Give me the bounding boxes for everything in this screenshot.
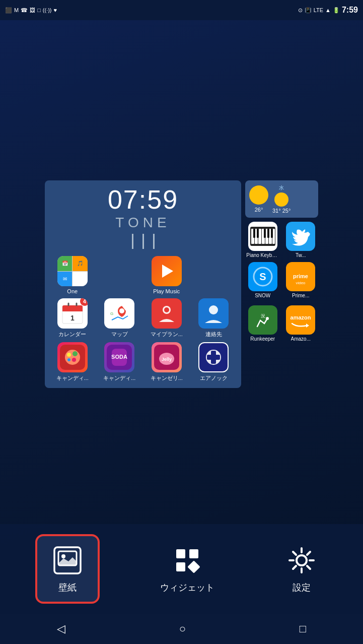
nav-back-button[interactable]: ◁	[42, 617, 81, 640]
svg-rect-41	[264, 229, 266, 238]
app-icon-contact	[198, 298, 229, 329]
app-grid-row1: 📅 🎵 ✉ One Play Music	[51, 256, 235, 294]
svg-rect-61	[176, 562, 185, 571]
phone-icon: ☎	[21, 7, 28, 14]
svg-rect-60	[189, 549, 198, 558]
app-runkeeper[interactable]: 況 Runkeeper	[245, 305, 280, 342]
app-icon-piano	[248, 222, 277, 251]
camera-icon: □	[37, 7, 41, 13]
app-myplan[interactable]: マイプラン...	[145, 298, 188, 338]
app-label-one: One	[67, 288, 78, 294]
app-grid-right-row3: 況 Runkeeper amazon	[245, 305, 318, 342]
svg-point-63	[297, 555, 307, 565]
app-icon-candy2: SODA	[104, 342, 134, 372]
app-label-calendar: カレンダー	[58, 331, 86, 338]
svg-text:Jelly: Jelly	[162, 357, 172, 362]
nav-bar: ◁ ○ □	[0, 614, 363, 644]
app-candy2[interactable]: SODA キャンディ...	[98, 342, 141, 382]
app-icon-snow: S	[248, 262, 277, 291]
svg-point-15	[65, 350, 80, 365]
svg-rect-29	[207, 355, 220, 360]
menu-wallpaper[interactable]: 壁紙	[35, 534, 100, 604]
svg-text:SODA: SODA	[111, 354, 127, 360]
svg-rect-42	[267, 229, 269, 238]
app-label-candy2: キャンディ...	[103, 374, 135, 382]
app-piano[interactable]: Piano Keyboard	[245, 222, 280, 258]
weather-temp-today: 26°	[255, 207, 263, 213]
svg-point-8	[119, 308, 124, 313]
status-bar: ⬛ M ☎ 🖼 □ ((·)) ♥ ⊙ 📳 LTE ▲ 🔋 7:59	[0, 0, 363, 20]
svg-rect-62	[188, 560, 200, 573]
app-icon-play-music	[152, 256, 182, 286]
app-prime[interactable]: prime video Prime...	[283, 262, 319, 298]
app-candy1[interactable]: キャンディ...	[51, 342, 94, 382]
app-grid-right-row2: S SNOW prime video Prim	[245, 262, 318, 298]
svg-line-68	[293, 552, 296, 555]
menu-settings-label: 設定	[293, 582, 311, 594]
app-jelly[interactable]: Jelly キャンゼリ...	[145, 342, 188, 382]
status-icons-right: ⊙ 📳 LTE ▲ 🔋 7:59	[298, 6, 358, 15]
menu-widget[interactable]: ウィジェット	[150, 539, 225, 599]
app-label-snow: SNOW	[255, 293, 270, 298]
app-calendar[interactable]: 1 4 カレンダー	[51, 298, 94, 338]
signal-icon: ▲	[325, 7, 331, 13]
app-label-runkeeper: Runkeeper	[250, 336, 275, 342]
app-icon-one: 📅 🎵 ✉	[57, 256, 88, 286]
app-maps[interactable]: G マップ	[98, 298, 141, 338]
app-one[interactable]: 📅 🎵 ✉ One	[51, 256, 94, 294]
app-label-maps: マップ	[111, 331, 128, 338]
app-airknock[interactable]: エアノック	[192, 342, 236, 382]
svg-text:G: G	[110, 311, 113, 316]
svg-rect-40	[257, 229, 259, 238]
sun-icon-today	[249, 185, 268, 205]
status-icons-left: ⬛ M ☎ 🖼 □ ((·)) ♥	[5, 7, 57, 14]
svg-rect-39	[253, 229, 255, 238]
menu-wallpaper-label: 壁紙	[58, 582, 77, 594]
settings-icon	[285, 544, 318, 576]
svg-line-70	[307, 552, 310, 555]
sun-icon-tomorrow	[274, 192, 288, 207]
status-time: 7:59	[342, 6, 358, 15]
notification-icon: ⬛	[5, 7, 12, 14]
app-twitter[interactable]: Tw...	[283, 222, 319, 258]
nav-recent-button[interactable]: □	[284, 617, 321, 640]
svg-rect-51	[249, 306, 276, 334]
tone-divider	[51, 234, 235, 249]
svg-rect-2	[62, 310, 83, 311]
wallpaper-icon	[51, 544, 84, 576]
nav-home-button[interactable]: ○	[164, 617, 201, 640]
bottom-menu: 壁紙 ウィジェット	[0, 524, 363, 614]
tone-graphic-space	[98, 256, 128, 294]
app-icon-calendar: 1 4	[57, 298, 88, 329]
tone-card: 07:59 TONE 📅 🎵 ✉	[45, 180, 241, 388]
app-contact[interactable]: 連絡先	[192, 298, 236, 338]
svg-rect-59	[176, 549, 185, 558]
menu-widget-label: ウィジェット	[160, 582, 214, 594]
app-play-music[interactable]: Play Music	[145, 256, 188, 294]
weather-widget: 26° 水 31° 25°	[245, 180, 318, 218]
app-label-play-music: Play Music	[153, 288, 180, 294]
app-icon-maps: G	[104, 298, 134, 329]
svg-text:1: 1	[70, 314, 75, 322]
app-icon-amazon: amazon	[286, 305, 315, 335]
recent-icon: □	[300, 622, 306, 635]
app-amazon[interactable]: amazon Amazo...	[283, 305, 319, 342]
app-label-airknock: エアノック	[200, 374, 228, 382]
app-icon-airknock	[198, 342, 229, 372]
app-icon-runkeeper: 況	[248, 305, 277, 335]
svg-text:amazon: amazon	[291, 314, 311, 320]
app-label-prime: Prime...	[292, 293, 309, 298]
svg-point-11	[164, 307, 169, 312]
menu-settings[interactable]: 設定	[275, 539, 328, 599]
tone-brand: TONE	[51, 215, 235, 231]
app-label-piano: Piano Keyboard	[246, 252, 279, 258]
app-icon-jelly: Jelly	[152, 342, 182, 372]
app-label-contact: 連絡先	[205, 331, 222, 338]
home-widgets: 07:59 TONE 📅 🎵 ✉	[0, 20, 363, 543]
back-icon: ◁	[57, 622, 65, 635]
app-label-jelly: キャンゼリ...	[151, 374, 183, 382]
app-snow[interactable]: S SNOW	[245, 262, 280, 298]
svg-rect-43	[271, 229, 273, 238]
lte-label: LTE	[314, 7, 323, 13]
tone-clock: 07:59 TONE	[51, 186, 235, 252]
